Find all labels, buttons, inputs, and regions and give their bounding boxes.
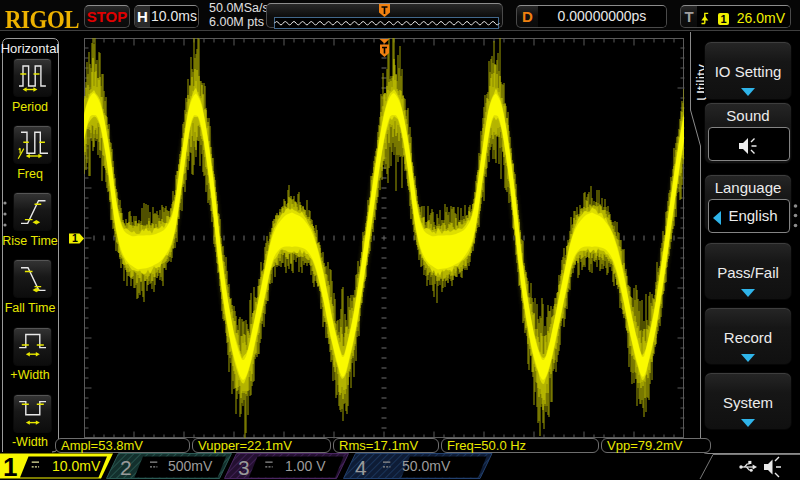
svg-text:500mV: 500mV [168,458,213,474]
svg-text:2: 2 [120,456,132,479]
svg-text:10.0mV: 10.0mV [52,458,101,474]
svg-text:1: 1 [3,452,17,480]
svg-text:1.00 V: 1.00 V [285,458,326,474]
svg-text:3: 3 [238,456,250,479]
svg-text:50.0mV: 50.0mV [402,458,451,474]
svg-text:4: 4 [355,456,367,479]
